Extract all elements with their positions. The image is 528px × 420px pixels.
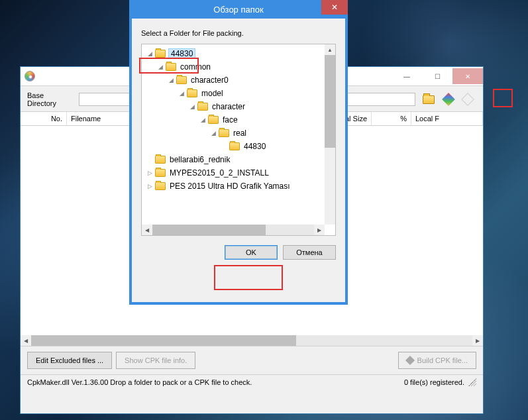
white-diamond-icon [461,93,474,106]
folder-icon [176,76,187,84]
table-h-scrollbar[interactable]: ◀ ▶ [21,335,483,346]
base-directory-label: Base Directory [27,91,74,107]
build-diamond-icon [405,356,415,365]
collapse-icon[interactable]: ◢ [199,117,207,123]
maximize-button[interactable]: ☐ [422,68,452,84]
minimize-button[interactable]: — [392,68,422,84]
folder-icon [208,116,219,124]
collapse-icon[interactable]: ◢ [209,130,217,136]
dialog-title-bar: Обзор папок ✕ [129,0,348,19]
folder-open-icon [423,95,435,104]
status-text-right: 0 file(s) registered. [404,378,464,386]
tree-item[interactable]: ◢44830 [142,47,335,60]
color-tool-button[interactable] [440,91,456,107]
tree-item-label: common [179,62,212,72]
folder-icon [155,182,166,190]
tree-item[interactable]: ▷MYPES2015_0_2_INSTALL [142,166,335,180]
color-diamond-icon [442,93,455,106]
folder-icon [166,63,176,71]
folder-icon [197,103,208,111]
dialog-buttons: OK Отмена [132,236,345,266]
ok-button[interactable]: OK [225,245,278,260]
tree-item-label: real [232,129,248,138]
folder-icon [155,156,166,164]
folder-icon [155,169,166,177]
build-cpk-button: Build CPK file... [398,352,476,369]
expand-icon[interactable]: ▷ [146,170,154,176]
browse-folders-dialog: Обзор папок ✕ Select a Folder for File p… [129,0,348,305]
show-cpk-info-button: Show CPK file info. [116,352,195,369]
dialog-instruction: Select a Folder for File packing. [132,19,345,44]
resize-grip[interactable] [468,378,476,386]
tree-item-label: bellarabi6_rednik [168,155,231,164]
status-text-left: CpkMaker.dll Ver.1.36.00 Drop a folder t… [27,378,252,386]
edit-excluded-files-button[interactable]: Edit Excluded files ... [27,352,112,369]
tree-item[interactable]: ◢real [142,127,335,140]
white-tool-button[interactable] [460,91,476,107]
tree-item-label: 44830 [242,142,267,151]
expand-icon[interactable]: ▷ [146,183,154,189]
cancel-button[interactable]: Отмена [283,245,336,260]
close-button[interactable]: ✕ [452,68,483,84]
status-bar: CpkMaker.dll Ver.1.36.00 Drop a folder t… [21,374,483,390]
tree-item-label: face [221,115,239,125]
tree-item-label: character [211,102,246,111]
tree-item[interactable]: ◢character [142,100,335,113]
dialog-title-text: Обзор папок [213,5,263,15]
tree-item-label: 44830 [168,48,195,59]
tree-item-label: character0 [189,76,230,85]
collapse-icon[interactable]: ◢ [146,50,154,57]
tree-item[interactable]: ◢face [142,113,335,127]
tree-item[interactable]: bellarabi6_rednik [142,153,335,166]
tree-v-scrollbar[interactable]: ▲ [325,44,335,225]
tree-item[interactable]: ◢model [142,87,335,100]
tree-item[interactable]: 44830 [142,140,335,153]
collapse-icon[interactable]: ◢ [167,77,175,83]
scroll-right-icon[interactable]: ▶ [472,335,483,346]
tree-item[interactable]: ◢common [142,60,335,74]
folder-icon [187,89,197,97]
folder-tree[interactable]: ◢44830◢common◢character0◢model◢character… [141,44,336,236]
collapse-icon[interactable]: ◢ [188,103,196,110]
column-local[interactable]: Local F [411,112,483,125]
tree-item-label: MYPES2015_0_2_INSTALL [168,168,270,178]
tree-item[interactable]: ◢character0 [142,74,335,87]
tree-item-label: model [200,89,225,98]
tree-h-scrollbar[interactable]: ◀ ▶ [142,225,325,235]
folder-icon [219,129,229,137]
dialog-close-button[interactable]: ✕ [321,0,348,15]
collapse-icon[interactable]: ◢ [156,64,164,70]
scroll-left-icon[interactable]: ◀ [21,335,31,346]
tree-item[interactable]: ▷PES 2015 Ultra HD Grafik Yaması [142,180,335,193]
collapse-icon[interactable]: ◢ [178,90,185,97]
tree-item-label: PES 2015 Ultra HD Grafik Yaması [168,182,291,191]
open-folder-button[interactable] [421,91,437,107]
column-percent[interactable]: % [372,112,411,125]
column-no[interactable]: No. [21,112,67,125]
folder-icon [229,142,240,150]
folder-icon [155,50,166,58]
app-icon [25,71,35,81]
bottom-buttons: Edit Excluded files ... Show CPK file in… [21,346,483,374]
